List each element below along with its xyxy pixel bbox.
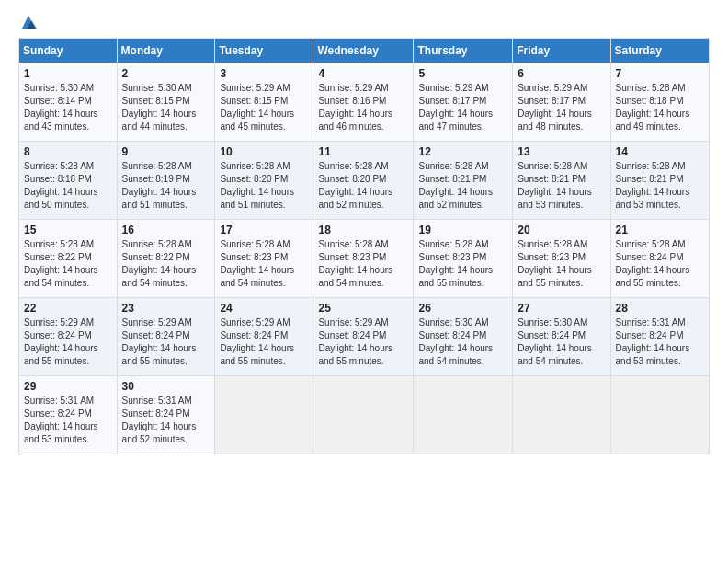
calendar-cell: 16Sunrise: 5:28 AMSunset: 8:22 PMDayligh…: [117, 220, 215, 298]
sunrise-text: Sunrise: 5:28 AM: [616, 160, 704, 173]
sunset-text: Sunset: 8:14 PM: [24, 95, 112, 108]
calendar-cell: 13Sunrise: 5:28 AMSunset: 8:21 PMDayligh…: [513, 142, 610, 220]
calendar-table: SundayMondayTuesdayWednesdayThursdayFrid…: [18, 38, 710, 454]
day-number: 4: [318, 67, 408, 80]
sunset-text: Sunset: 8:18 PM: [24, 173, 112, 186]
calendar-cell: [414, 376, 513, 454]
day-info: Sunrise: 5:28 AMSunset: 8:21 PMDaylight:…: [518, 160, 605, 212]
day-info: Sunrise: 5:28 AMSunset: 8:22 PMDaylight:…: [24, 238, 112, 290]
day-info: Sunrise: 5:28 AMSunset: 8:18 PMDaylight:…: [616, 82, 704, 133]
sunrise-text: Sunrise: 5:29 AM: [220, 316, 308, 329]
daylight-text: Daylight: 14 hours and 46 minutes.: [318, 108, 408, 133]
calendar-cell: 5Sunrise: 5:29 AMSunset: 8:17 PMDaylight…: [414, 63, 513, 142]
day-header-thursday: Thursday: [414, 39, 513, 63]
sunrise-text: Sunrise: 5:30 AM: [122, 82, 210, 95]
calendar-cell: 23Sunrise: 5:29 AMSunset: 8:24 PMDayligh…: [117, 298, 215, 376]
sunset-text: Sunset: 8:18 PM: [616, 95, 704, 108]
sunrise-text: Sunrise: 5:31 AM: [122, 395, 210, 408]
calendar-cell: 19Sunrise: 5:28 AMSunset: 8:23 PMDayligh…: [414, 220, 513, 298]
sunrise-text: Sunrise: 5:29 AM: [418, 82, 507, 95]
day-info: Sunrise: 5:29 AMSunset: 8:15 PMDaylight:…: [220, 82, 308, 133]
daylight-text: Daylight: 14 hours and 53 minutes.: [24, 420, 112, 446]
daylight-text: Daylight: 14 hours and 54 minutes.: [318, 264, 408, 290]
calendar-cell: 7Sunrise: 5:28 AMSunset: 8:18 PMDaylight…: [610, 63, 709, 142]
day-info: Sunrise: 5:31 AMSunset: 8:24 PMDaylight:…: [122, 395, 210, 446]
header: [18, 14, 710, 27]
day-number: 28: [616, 302, 704, 315]
sunset-text: Sunset: 8:24 PM: [418, 329, 507, 342]
day-info: Sunrise: 5:28 AMSunset: 8:22 PMDaylight:…: [122, 238, 210, 290]
sunset-text: Sunset: 8:22 PM: [24, 251, 112, 264]
sunset-text: Sunset: 8:23 PM: [220, 251, 308, 264]
daylight-text: Daylight: 14 hours and 50 minutes.: [24, 186, 112, 212]
day-number: 14: [616, 145, 704, 158]
calendar-cell: 20Sunrise: 5:28 AMSunset: 8:23 PMDayligh…: [513, 220, 610, 298]
calendar-cell: 14Sunrise: 5:28 AMSunset: 8:21 PMDayligh…: [610, 142, 709, 220]
daylight-text: Daylight: 14 hours and 52 minutes.: [122, 420, 210, 446]
page: SundayMondayTuesdayWednesdayThursdayFrid…: [0, 0, 728, 563]
day-number: 2: [122, 67, 210, 80]
daylight-text: Daylight: 14 hours and 48 minutes.: [518, 108, 605, 133]
calendar-cell: 3Sunrise: 5:29 AMSunset: 8:15 PMDaylight…: [215, 63, 313, 142]
calendar-cell: 1Sunrise: 5:30 AMSunset: 8:14 PMDaylight…: [19, 63, 118, 142]
sunrise-text: Sunrise: 5:31 AM: [616, 316, 704, 329]
sunset-text: Sunset: 8:24 PM: [24, 329, 112, 342]
sunset-text: Sunset: 8:24 PM: [220, 329, 308, 342]
day-number: 30: [122, 380, 210, 393]
sunrise-text: Sunrise: 5:29 AM: [220, 82, 308, 95]
day-info: Sunrise: 5:31 AMSunset: 8:24 PMDaylight:…: [616, 316, 704, 368]
day-info: Sunrise: 5:28 AMSunset: 8:19 PMDaylight:…: [122, 160, 210, 212]
day-number: 18: [318, 224, 408, 236]
daylight-text: Daylight: 14 hours and 43 minutes.: [24, 108, 112, 133]
daylight-text: Daylight: 14 hours and 55 minutes.: [616, 264, 704, 290]
calendar-cell: 4Sunrise: 5:29 AMSunset: 8:16 PMDaylight…: [313, 63, 414, 142]
calendar-cell: 28Sunrise: 5:31 AMSunset: 8:24 PMDayligh…: [610, 298, 709, 376]
daylight-text: Daylight: 14 hours and 45 minutes.: [220, 108, 308, 133]
day-number: 17: [220, 224, 308, 236]
daylight-text: Daylight: 14 hours and 53 minutes.: [616, 342, 704, 368]
day-header-monday: Monday: [117, 39, 215, 63]
day-info: Sunrise: 5:31 AMSunset: 8:24 PMDaylight:…: [24, 395, 112, 446]
sunrise-text: Sunrise: 5:29 AM: [318, 316, 408, 329]
sunrise-text: Sunrise: 5:28 AM: [318, 238, 408, 251]
sunset-text: Sunset: 8:23 PM: [518, 251, 605, 264]
day-number: 24: [220, 302, 308, 315]
day-info: Sunrise: 5:29 AMSunset: 8:24 PMDaylight:…: [220, 316, 308, 368]
day-number: 21: [616, 224, 704, 236]
sunset-text: Sunset: 8:24 PM: [518, 329, 605, 342]
calendar-cell: 27Sunrise: 5:30 AMSunset: 8:24 PMDayligh…: [513, 298, 610, 376]
calendar-cell: [215, 376, 313, 454]
day-number: 6: [518, 67, 605, 80]
calendar-week-5: 29Sunrise: 5:31 AMSunset: 8:24 PMDayligh…: [19, 376, 710, 454]
daylight-text: Daylight: 14 hours and 44 minutes.: [122, 108, 210, 133]
calendar-cell: [610, 376, 709, 454]
day-info: Sunrise: 5:30 AMSunset: 8:15 PMDaylight:…: [122, 82, 210, 133]
day-number: 19: [418, 224, 507, 236]
day-info: Sunrise: 5:29 AMSunset: 8:17 PMDaylight:…: [518, 82, 605, 133]
day-info: Sunrise: 5:28 AMSunset: 8:20 PMDaylight:…: [318, 160, 408, 212]
day-number: 29: [24, 380, 112, 393]
sunset-text: Sunset: 8:23 PM: [318, 251, 408, 264]
day-info: Sunrise: 5:28 AMSunset: 8:18 PMDaylight:…: [24, 160, 112, 212]
sunset-text: Sunset: 8:23 PM: [418, 251, 507, 264]
day-info: Sunrise: 5:28 AMSunset: 8:21 PMDaylight:…: [418, 160, 507, 212]
daylight-text: Daylight: 14 hours and 55 minutes.: [518, 264, 605, 290]
daylight-text: Daylight: 14 hours and 55 minutes.: [418, 264, 507, 290]
day-number: 26: [418, 302, 507, 315]
daylight-text: Daylight: 14 hours and 55 minutes.: [24, 342, 112, 368]
calendar-cell: 30Sunrise: 5:31 AMSunset: 8:24 PMDayligh…: [117, 376, 215, 454]
day-number: 5: [418, 67, 507, 80]
day-info: Sunrise: 5:29 AMSunset: 8:16 PMDaylight:…: [318, 82, 408, 133]
sunrise-text: Sunrise: 5:28 AM: [220, 238, 308, 251]
sunrise-text: Sunrise: 5:29 AM: [518, 82, 605, 95]
sunset-text: Sunset: 8:20 PM: [318, 173, 408, 186]
daylight-text: Daylight: 14 hours and 52 minutes.: [418, 186, 507, 212]
sunset-text: Sunset: 8:21 PM: [518, 173, 605, 186]
sunset-text: Sunset: 8:15 PM: [220, 95, 308, 108]
calendar-cell: 8Sunrise: 5:28 AMSunset: 8:18 PMDaylight…: [19, 142, 118, 220]
sunset-text: Sunset: 8:19 PM: [122, 173, 210, 186]
daylight-text: Daylight: 14 hours and 54 minutes.: [24, 264, 112, 290]
sunset-text: Sunset: 8:21 PM: [616, 173, 704, 186]
day-number: 25: [318, 302, 408, 315]
calendar-cell: 26Sunrise: 5:30 AMSunset: 8:24 PMDayligh…: [414, 298, 513, 376]
